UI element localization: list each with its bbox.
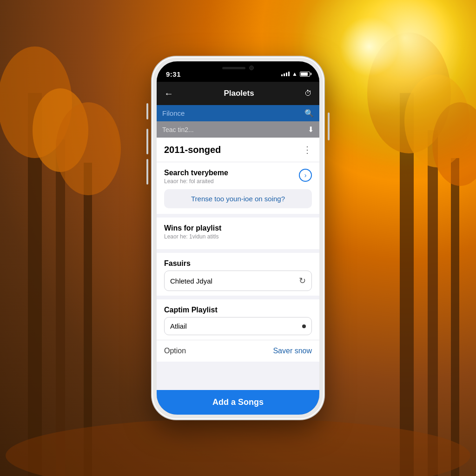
signal-bar-3: [286, 73, 287, 76]
search-section: Search tverybeme Leaor he: fol araited ›…: [157, 162, 319, 214]
divider-1: [157, 214, 319, 218]
nav-bar: ← Plaolets ⏱: [157, 82, 319, 105]
search-section-title: Search tverybeme: [164, 169, 228, 177]
mute-button: [146, 103, 148, 119]
captim-section: Captim Playlist Atliail: [157, 299, 319, 340]
signal-bar-2: [284, 73, 285, 76]
add-songs-button[interactable]: Add a Songs: [157, 390, 319, 415]
signal-bar-1: [281, 74, 283, 76]
status-icons: ▲: [281, 71, 310, 77]
gray-bar-text: Teac tin2...: [162, 126, 194, 133]
speaker: [222, 67, 245, 69]
phone-device: 9:31 ▲: [152, 57, 324, 419]
fasuirs-input[interactable]: Chleted Jdyal ↻: [164, 271, 312, 291]
option-label: Option: [164, 347, 186, 355]
back-button[interactable]: ←: [164, 88, 173, 99]
captim-dropdown[interactable]: Atliail: [164, 317, 312, 335]
save-link[interactable]: Saver snow: [273, 347, 312, 355]
wifi-icon: ▲: [292, 71, 298, 77]
app-screen: 9:31 ▲: [157, 61, 319, 415]
divider-2: [157, 249, 319, 253]
volume-up-button: [146, 129, 148, 154]
nav-title: Plaolets: [224, 89, 254, 98]
captim-dropdown-value: Atliail: [170, 322, 187, 330]
suggestion-text: Trense too youn-ioe on soing?: [191, 195, 285, 203]
suggestion-button[interactable]: Trense too youn-ioe on soing?: [164, 189, 312, 208]
status-time: 9:31: [166, 70, 181, 78]
fasuirs-section: Fasuirs Chleted Jdyal ↻: [157, 253, 319, 296]
camera: [249, 66, 254, 70]
fasuirs-title: Fasuirs: [164, 259, 312, 268]
playlist-section: Wins for playlist Leaor he: 1vidun atitl…: [157, 218, 319, 249]
search-icon[interactable]: 🔍: [304, 109, 314, 118]
playlist-section-title: Wins for playlist: [164, 224, 312, 232]
download-icon[interactable]: ⬇: [308, 125, 314, 134]
signal-bars: [281, 72, 290, 76]
volume-down-button: [146, 159, 148, 185]
nav-action-button[interactable]: ⏱: [304, 89, 312, 98]
song-item[interactable]: 2011-songed ⋮: [157, 138, 319, 162]
option-row: Option Saver snow: [157, 340, 319, 362]
notch: [208, 61, 268, 74]
gray-bar: Teac tin2... ⬇: [157, 121, 319, 138]
song-title: 2011-songed: [164, 145, 221, 155]
playlist-section-subtitle: Leaor he: 1vidun atitls: [164, 233, 312, 240]
battery-icon: [300, 72, 310, 77]
refresh-icon[interactable]: ↻: [299, 276, 306, 286]
more-icon[interactable]: ⋮: [303, 144, 312, 155]
search-bar-blue[interactable]: Filonce 🔍: [157, 105, 319, 121]
signal-bar-4: [288, 72, 290, 76]
search-forward-icon[interactable]: ›: [299, 169, 312, 182]
search-section-subtitle: Leaor he: fol araited: [164, 178, 228, 185]
dropdown-indicator: [302, 324, 306, 328]
battery-fill: [301, 73, 308, 76]
fasuirs-input-value: Chleted Jdyal: [170, 277, 212, 285]
power-button: [328, 112, 330, 140]
captim-title: Captim Playlist: [164, 306, 312, 314]
search-placeholder: Filonce: [162, 109, 185, 117]
divider-3: [157, 296, 319, 299]
